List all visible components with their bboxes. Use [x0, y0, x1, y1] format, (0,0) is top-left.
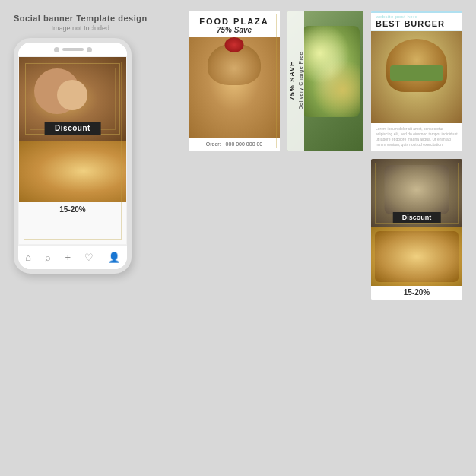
phone-profile-icon[interactable]: 👤 — [108, 252, 120, 263]
food-pancake-shape — [208, 43, 261, 85]
disc-discount-badge: Discount — [393, 212, 441, 223]
disc-percent: 15-20% — [376, 288, 458, 297]
fp-brand: FOOD PLAZA — [193, 17, 275, 26]
phone-discount-badge: Discount — [44, 122, 101, 135]
phone-food-bottom — [19, 141, 126, 202]
banner-discount: Discount 15-20% — [371, 159, 462, 300]
banner-food-plaza: FOOD PLAZA 75% Save Order: +000 000 000 … — [189, 11, 280, 151]
bur-stripe — [371, 11, 462, 13]
phone-speaker — [62, 48, 84, 51]
fp-image — [189, 37, 280, 138]
spacer-1 — [189, 159, 280, 300]
page-header: Social banner Template design Image not … — [14, 14, 148, 32]
spacer-2 — [287, 159, 363, 300]
phone-nav-bar: ⌂ ⌕ + ♡ 👤 — [18, 245, 127, 269]
food-casserole-shape — [375, 231, 459, 282]
page-title: Social banner Template design — [14, 14, 148, 23]
fp-save: 75% Save — [193, 26, 275, 34]
del-text-bar: Delivery Charge Free 75% SAVE — [287, 11, 304, 151]
bur-header: website post here BEST BURGER — [371, 11, 462, 31]
phone-top-bar — [18, 43, 127, 56]
banner-burger: website post here BEST BURGER Lorem ipsu… — [371, 11, 462, 151]
phone-mockup: Discount 15-20% ⌂ ⌕ + ♡ 👤 — [14, 38, 132, 274]
phone-camera — [54, 47, 59, 52]
disc-footer: 15-20% — [371, 286, 462, 300]
del-save-label: 75% SAVE — [288, 61, 296, 100]
bur-lorem: Lorem ipsum dolor sit amet, consectetur … — [376, 126, 458, 148]
phone-search-icon[interactable]: ⌕ — [45, 252, 51, 263]
fp-header: FOOD PLAZA 75% Save — [189, 11, 280, 37]
bur-footer: Lorem ipsum dolor sit amet, consectetur … — [371, 123, 462, 151]
phone-percent: 15-20% — [19, 202, 126, 215]
food-rolls-shape — [385, 165, 449, 214]
phone-add-icon[interactable]: + — [65, 252, 71, 263]
del-delivery-label: Delivery Charge Free — [298, 52, 303, 110]
phone-home-icon[interactable]: ⌂ — [25, 252, 31, 263]
disc-image-bottom — [371, 227, 462, 286]
phone-camera-2 — [87, 47, 92, 52]
disc-image-top: Discount — [371, 159, 462, 227]
phone-screen: Discount 15-20% — [18, 56, 127, 245]
fp-order: Order: +000 000 000 00 — [193, 141, 275, 147]
fp-footer: Order: +000 000 000 00 — [189, 138, 280, 151]
page-subtitle: Image not Included — [14, 24, 148, 32]
food-taco-shape — [303, 26, 360, 117]
banners-grid: FOOD PLAZA 75% Save Order: +000 000 000 … — [189, 11, 462, 300]
bur-title: BEST BURGER — [376, 19, 458, 28]
banner-delivery: Delivery Charge Free 75% SAVE — [287, 11, 363, 151]
phone-food-top: Discount — [19, 57, 126, 141]
phone-heart-icon[interactable]: ♡ — [84, 252, 94, 263]
bur-image — [371, 31, 462, 123]
food-burger-shape — [386, 39, 447, 92]
